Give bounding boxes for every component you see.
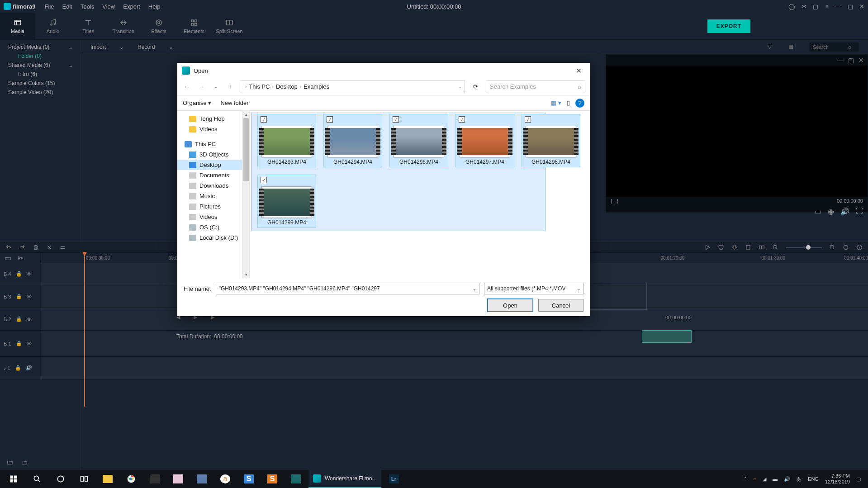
- tab-splitscreen[interactable]: Split Screen: [212, 13, 247, 40]
- dialog-search[interactable]: Search Examples ⌕: [486, 81, 585, 93]
- menu-view[interactable]: View: [102, 3, 115, 10]
- tree-videos[interactable]: Videos: [177, 124, 249, 134]
- file-item[interactable]: ✓ GH014296.MP4: [390, 114, 448, 167]
- tree-shared-media[interactable]: Shared Media (6)⌄: [0, 61, 81, 70]
- search-input[interactable]: [813, 44, 844, 50]
- speaker-icon[interactable]: 🔊: [26, 365, 32, 371]
- filter-icon[interactable]: ▽: [768, 43, 775, 51]
- bc-desktop[interactable]: Desktop: [276, 83, 298, 90]
- cut-icon[interactable]: [46, 244, 52, 251]
- file-item[interactable]: ✓ GH014297.MP4: [456, 114, 514, 167]
- bc-dropdown-icon[interactable]: ⌄: [458, 84, 462, 89]
- ime-icon[interactable]: あ: [797, 476, 802, 483]
- tree-pictures[interactable]: Pictures: [177, 201, 249, 212]
- filmora-taskbar-app[interactable]: Wondershare Filmo...: [308, 470, 381, 488]
- tree-documents[interactable]: Documents: [177, 170, 249, 180]
- lock-icon[interactable]: 🔒: [16, 341, 22, 346]
- tree-drive-d[interactable]: Local Disk (D:): [177, 232, 249, 243]
- shield-icon[interactable]: [718, 244, 724, 251]
- app-lr[interactable]: Lr: [383, 470, 405, 488]
- file-item[interactable]: ✓ GH014298.MP4: [522, 114, 580, 167]
- file-checkbox[interactable]: ✓: [459, 116, 465, 123]
- tree-tonghop[interactable]: Tong Hop: [177, 114, 249, 124]
- import-dropdown[interactable]: Import⌄: [90, 44, 124, 50]
- minimize-icon[interactable]: —: [835, 3, 841, 10]
- tree-downloads[interactable]: Downloads: [177, 180, 249, 191]
- display-icon[interactable]: ▭: [815, 207, 821, 216]
- snapshot-icon[interactable]: ◉: [828, 207, 834, 216]
- app-s-orange[interactable]: S: [261, 470, 283, 488]
- app-chat[interactable]: [191, 470, 213, 488]
- volume-icon[interactable]: 🔊: [784, 476, 790, 482]
- bc-examples[interactable]: Examples: [304, 83, 329, 90]
- mail-icon[interactable]: ▢: [813, 3, 818, 10]
- tree-desktop[interactable]: Desktop: [177, 160, 249, 170]
- tree-intro[interactable]: Intro (6): [0, 70, 81, 79]
- preview-maximize-icon[interactable]: ▢: [848, 57, 854, 64]
- razor-icon[interactable]: ✂: [18, 254, 24, 262]
- filename-input[interactable]: "GH014293.MP4" "GH014294.MP4" "GH014296.…: [216, 283, 479, 294]
- tab-effects[interactable]: Effects: [141, 13, 176, 40]
- eye-icon[interactable]: 👁: [27, 294, 32, 299]
- explorer-app[interactable]: [97, 470, 119, 488]
- tab-transition[interactable]: Transition: [106, 13, 141, 40]
- back-icon[interactable]: ←: [182, 82, 192, 92]
- zoom-out-icon[interactable]: [772, 244, 778, 251]
- forward-icon[interactable]: →: [196, 82, 206, 92]
- taskview-button[interactable]: [73, 470, 95, 488]
- tree-thispc[interactable]: This PC: [177, 139, 249, 149]
- mark-out-icon[interactable]: }: [617, 198, 619, 204]
- menu-tools[interactable]: Tools: [81, 3, 94, 10]
- filetype-dropdown-icon[interactable]: ⌄: [577, 286, 580, 291]
- open-button[interactable]: Open: [488, 299, 533, 312]
- preview-minimize-icon[interactable]: —: [837, 57, 844, 64]
- tree-3dobjects[interactable]: 3D Objects: [177, 149, 249, 160]
- menu-export[interactable]: Export: [123, 3, 140, 10]
- volume-icon[interactable]: 🔊: [840, 207, 849, 216]
- info-icon[interactable]: [856, 244, 863, 251]
- app-s-blue[interactable]: S: [238, 470, 260, 488]
- preview-pane-icon[interactable]: ▯: [567, 99, 570, 106]
- grid-view-icon[interactable]: ▦: [788, 43, 796, 51]
- file-checkbox[interactable]: ✓: [261, 116, 267, 123]
- tree-folder[interactable]: Folder (0): [0, 52, 81, 61]
- tree-sample-video[interactable]: Sample Video (20): [0, 88, 81, 97]
- track-head-3[interactable]: B 3🔒👁: [0, 294, 41, 299]
- zoom-in-icon[interactable]: [829, 244, 835, 251]
- maximize-icon[interactable]: ▢: [848, 3, 853, 10]
- language-indicator[interactable]: ENG: [808, 476, 819, 482]
- file-item[interactable]: ✓ GH014294.MP4: [324, 114, 382, 167]
- playhead[interactable]: [84, 253, 85, 407]
- tab-audio[interactable]: Audio: [35, 13, 71, 40]
- fit-icon[interactable]: [843, 244, 849, 251]
- view-mode-icon[interactable]: ▦ ▾: [551, 99, 561, 106]
- help-icon[interactable]: ?: [575, 99, 584, 108]
- marker-icon[interactable]: [745, 244, 751, 251]
- up-icon[interactable]: ↑: [225, 82, 235, 92]
- app-teal[interactable]: [285, 470, 307, 488]
- settings-icon[interactable]: [60, 244, 66, 251]
- delete-icon[interactable]: [33, 244, 39, 251]
- breadcrumb[interactable]: › This PC › Desktop › Examples ⌄: [240, 81, 465, 93]
- scroll-up-icon[interactable]: ▴: [242, 111, 250, 118]
- panel-icon[interactable]: [759, 244, 765, 251]
- recent-dropdown-icon[interactable]: ⌄: [211, 82, 221, 92]
- start-button[interactable]: [3, 470, 24, 488]
- search-button[interactable]: [26, 470, 48, 488]
- tray-chevron-icon[interactable]: ˄: [744, 476, 747, 482]
- tab-media[interactable]: Media: [0, 13, 35, 40]
- app-pink[interactable]: [167, 470, 189, 488]
- battery-icon[interactable]: ▬: [773, 476, 778, 482]
- tree-project-media[interactable]: Project Media (0)⌄: [0, 43, 81, 52]
- message-icon[interactable]: ✉: [802, 3, 806, 10]
- track-head-2[interactable]: B 2🔒👁: [0, 316, 41, 322]
- lock-icon[interactable]: 🔒: [15, 365, 21, 371]
- scroll-down-icon[interactable]: ▾: [242, 271, 250, 278]
- record-dropdown[interactable]: Record⌄: [138, 44, 173, 50]
- store-app[interactable]: [144, 470, 166, 488]
- search-icon[interactable]: ⌕: [848, 44, 851, 50]
- bc-thispc[interactable]: This PC: [249, 83, 270, 90]
- app-orange[interactable]: a: [214, 470, 236, 488]
- new-folder-button[interactable]: New folder: [220, 99, 248, 106]
- cancel-button[interactable]: Cancel: [538, 299, 583, 312]
